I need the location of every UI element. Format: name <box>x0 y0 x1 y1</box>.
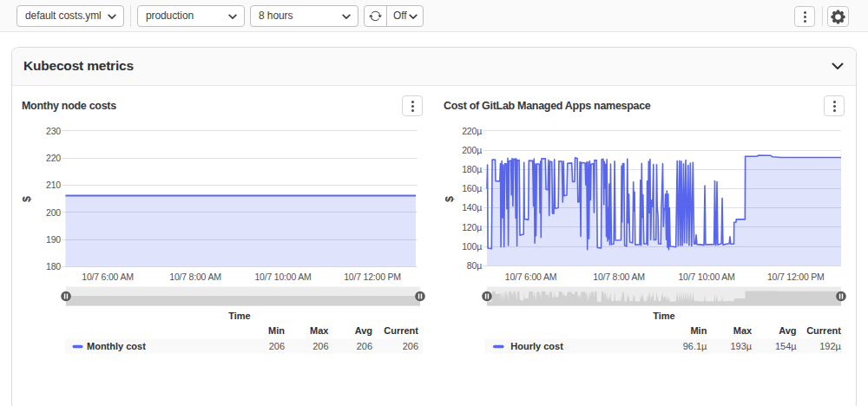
svg-text:Max: Max <box>733 325 753 336</box>
svg-text:10/7 6:00 AM: 10/7 6:00 AM <box>82 272 133 282</box>
svg-text:10/7 10:00 AM: 10/7 10:00 AM <box>254 272 311 282</box>
svg-text:Avg: Avg <box>779 325 796 336</box>
svg-text:10/7 12:00 PM: 10/7 12:00 PM <box>767 272 825 282</box>
svg-text:180: 180 <box>46 261 61 272</box>
svg-text:10/7 6:00 AM: 10/7 6:00 AM <box>505 272 556 282</box>
svg-text:200µ: 200µ <box>462 145 482 155</box>
svg-text:Min: Min <box>268 325 285 336</box>
svg-text:180µ: 180µ <box>462 164 482 174</box>
svg-text:120µ: 120µ <box>462 222 482 232</box>
svg-text:206: 206 <box>312 341 328 351</box>
svg-text:160µ: 160µ <box>462 183 482 193</box>
svg-text:Time: Time <box>653 311 674 321</box>
svg-text:10/7 12:00 PM: 10/7 12:00 PM <box>344 272 401 282</box>
svg-text:Max: Max <box>310 325 329 336</box>
svg-text:$: $ <box>444 196 456 202</box>
svg-text:140µ: 140µ <box>462 202 482 213</box>
svg-text:80µ: 80µ <box>467 260 482 271</box>
svg-text:Current: Current <box>806 325 841 336</box>
svg-text:193µ: 193µ <box>730 341 752 351</box>
svg-text:$: $ <box>21 196 33 202</box>
svg-text:Current: Current <box>384 325 418 336</box>
svg-text:154µ: 154µ <box>775 341 797 351</box>
svg-text:210: 210 <box>46 180 61 190</box>
svg-text:206: 206 <box>403 341 418 351</box>
svg-text:10/7 10:00 AM: 10/7 10:00 AM <box>678 272 734 282</box>
svg-text:206: 206 <box>357 341 372 351</box>
svg-text:230: 230 <box>46 126 61 136</box>
svg-text:206: 206 <box>269 341 285 351</box>
svg-text:96.1µ: 96.1µ <box>683 341 707 351</box>
svg-text:220µ: 220µ <box>462 126 482 136</box>
svg-text:190: 190 <box>46 234 61 245</box>
svg-text:100µ: 100µ <box>462 241 482 252</box>
svg-text:Time: Time <box>228 311 250 321</box>
svg-text:Monthly cost: Monthly cost <box>87 341 146 351</box>
svg-text:Min: Min <box>690 325 707 336</box>
svg-text:Hourly cost: Hourly cost <box>510 341 563 351</box>
svg-text:10/7 8:00 AM: 10/7 8:00 AM <box>593 272 644 282</box>
svg-text:192µ: 192µ <box>819 341 841 351</box>
svg-text:220: 220 <box>46 153 61 163</box>
svg-text:Avg: Avg <box>355 325 372 336</box>
svg-text:10/7 8:00 AM: 10/7 8:00 AM <box>169 272 220 282</box>
svg-text:200: 200 <box>46 207 61 218</box>
